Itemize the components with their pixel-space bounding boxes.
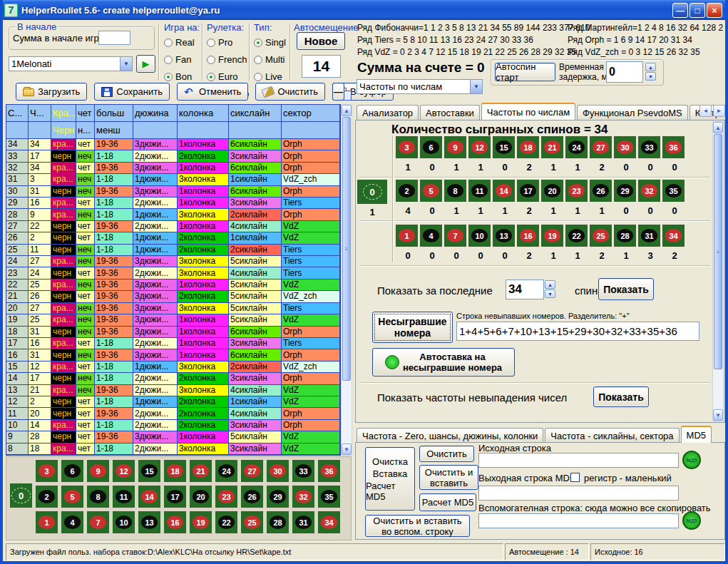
table-row[interactable]: 2324чернчет19-362дюжи...3колонка4сиклайн… — [6, 267, 340, 279]
play-button[interactable]: ▶ — [136, 55, 155, 73]
register-checkbox[interactable] — [570, 473, 580, 482]
mode-combobox[interactable]: Частоты по числам ▼ — [357, 79, 483, 94]
show-missing-button[interactable]: Показать — [593, 386, 649, 407]
board-number-6[interactable]: 6 — [61, 460, 83, 482]
board-number-21[interactable]: 21 — [190, 460, 212, 482]
tab-4[interactable]: Функционал PsevdoMS — [577, 105, 688, 120]
radio-live[interactable]: Live — [254, 71, 286, 82]
table-row[interactable]: 2225кра...неч19-363дюжи...1колонка5сикла… — [6, 280, 340, 291]
board-number-12[interactable]: 12 — [113, 460, 135, 482]
autobet-missed-button[interactable]: Автоставка на несыгравшие номера — [372, 348, 515, 376]
table-row[interactable]: 1120чернчет19-362дюжи...2колонка4сиклайн… — [6, 408, 340, 419]
spin-down-icon[interactable]: ▼ — [545, 289, 555, 298]
clear-button[interactable]: Очистить — [255, 83, 325, 101]
table-row[interactable]: 3234кра...чет19-363дюжи...1колонка6сикла… — [6, 163, 340, 174]
radio-pro[interactable]: Pro — [207, 37, 249, 48]
board-number-36[interactable]: 36 — [318, 460, 340, 482]
undo-button[interactable]: ↶Отменить — [177, 83, 248, 101]
board-number-35[interactable]: 35 — [318, 486, 340, 508]
board-number-25[interactable]: 25 — [241, 511, 263, 533]
radio-fan[interactable]: Fan — [164, 54, 200, 65]
radio-bon[interactable]: Bon — [164, 71, 200, 82]
board-number-4[interactable]: 4 — [61, 511, 83, 533]
load-button[interactable]: Загрузить — [16, 83, 87, 101]
table-row[interactable]: 3317черннеч1-182дюжи...2колонка3сиклайнO… — [6, 150, 340, 162]
table-row[interactable]: 2511черннеч1-181дюжи...2колонка2сиклайнT… — [6, 245, 340, 256]
collapse-button[interactable]: — — [332, 83, 344, 101]
maximize-icon[interactable]: □ — [689, 3, 705, 18]
table-row[interactable]: 1321кра...неч19-362дюжи...3колонка4сикла… — [6, 385, 340, 396]
board-number-33[interactable]: 33 — [292, 460, 314, 482]
md5-calc-button[interactable]: Расчет MD5 — [419, 493, 476, 511]
save-button[interactable]: Сохранить — [94, 83, 170, 101]
board-number-24[interactable]: 24 — [215, 460, 237, 482]
board-number-31[interactable]: 31 — [292, 511, 314, 533]
scroll-down-icon[interactable]: ▼ — [342, 443, 352, 455]
radio-real[interactable]: Real — [164, 37, 200, 48]
board-number-10[interactable]: 10 — [113, 511, 135, 533]
table-row[interactable]: 1014кра...чет1-182дюжи...2колонка3сиклай… — [6, 420, 340, 431]
board-number-9[interactable]: 9 — [87, 460, 109, 482]
board-number-3[interactable]: 3 — [36, 460, 58, 482]
md5-calc-aux-icon[interactable]: МД5 — [682, 511, 701, 530]
board-number-19[interactable]: 19 — [190, 511, 212, 533]
table-row[interactable]: 1631черннеч19-363дюжи...1колонка6сиклайн… — [6, 349, 340, 361]
start-sum-input[interactable] — [98, 31, 130, 45]
table-row[interactable]: 2126чернчет19-363дюжи...2колонка5сиклайн… — [6, 291, 340, 302]
board-number-18[interactable]: 18 — [164, 460, 186, 482]
close-icon[interactable]: × — [707, 3, 722, 18]
board-number-2[interactable]: 2 — [36, 486, 58, 508]
minimize-icon[interactable]: — — [672, 3, 688, 18]
board-number-16[interactable]: 16 — [164, 511, 186, 533]
board-number-5[interactable]: 5 — [61, 486, 83, 508]
board-number-17[interactable]: 17 — [164, 486, 186, 508]
table-row[interactable]: 1831черннеч19-363дюжи...1колонка6сиклайн… — [6, 327, 340, 338]
board-number-32[interactable]: 32 — [292, 486, 314, 508]
spin-up-icon[interactable]: ▲ — [545, 280, 555, 289]
spin-down-icon[interactable]: ▼ — [645, 72, 656, 81]
md5-clear-paste-button[interactable]: Очистить и вставить — [419, 465, 478, 490]
board-number-23[interactable]: 23 — [215, 486, 237, 508]
board-number-26[interactable]: 26 — [241, 486, 263, 508]
table-row[interactable]: 262чернчет1-181дюжи...2колонка1сиклайнVd… — [6, 232, 340, 244]
missed-numbers-input[interactable]: 1+4+5+6+7+10+13+15+29+30+32+33+35+36 — [456, 322, 699, 341]
board-number-20[interactable]: 20 — [190, 486, 212, 508]
board-number-34[interactable]: 34 — [318, 511, 340, 533]
tab-1[interactable]: Анализатор — [357, 105, 419, 120]
tab-scroll-left-icon[interactable]: ◄ — [699, 105, 712, 117]
table-row[interactable]: 1417черннеч1-182дюжи...2колонка3сиклайнO… — [6, 373, 340, 384]
scroll-down-icon[interactable]: ▼ — [713, 409, 723, 421]
table-row[interactable]: 818кра...чет1-182дюжи...3колонка3сиклайн… — [6, 443, 340, 455]
preset-combobox[interactable]: 1Melonati ▼ — [9, 56, 133, 71]
md5-out-input[interactable] — [478, 486, 679, 501]
show-last-input[interactable]: 34 — [506, 280, 544, 299]
table-row[interactable]: 3434кра...чет19-363дюжи...1колонка6сикла… — [6, 139, 340, 150]
board-number-8[interactable]: 8 — [87, 486, 109, 508]
scroll-up-icon[interactable]: ▲ — [713, 122, 723, 133]
radio-euro[interactable]: Euro — [207, 71, 249, 82]
tab-3[interactable]: Частоты по числам — [481, 103, 575, 120]
tab-scroll-right-icon[interactable]: ► — [713, 105, 725, 117]
table-row[interactable]: 2027кра...неч19-363дюжи...3колонка5сикла… — [6, 303, 340, 314]
show-button[interactable]: Показать — [598, 278, 654, 300]
autospin-button[interactable]: Автоспин старт — [495, 63, 555, 81]
md5-source-input[interactable] — [478, 453, 679, 468]
tab-2[interactable]: Автоставки — [420, 105, 480, 120]
bottom-tab-3[interactable]: MD5 — [681, 426, 712, 443]
table-row[interactable]: 1512кра...чет1-181дюжи...3колонка2сиклай… — [6, 362, 340, 373]
board-number-11[interactable]: 11 — [113, 486, 135, 508]
board-number-15[interactable]: 15 — [138, 460, 160, 482]
md5-aux-input[interactable] — [478, 513, 679, 528]
spin-up-icon[interactable]: ▲ — [645, 63, 656, 71]
bottom-tab-2[interactable]: Частота - сиклайны, сектора — [545, 428, 679, 443]
scrollbar-thumb[interactable]: ≡ — [714, 134, 722, 369]
chevron-down-icon[interactable]: ▼ — [470, 80, 482, 93]
board-number-30[interactable]: 30 — [267, 460, 289, 482]
delay-input[interactable]: 0 — [606, 61, 643, 83]
md5-calc-icon[interactable]: МД5 — [682, 451, 701, 469]
scrollbar-thumb[interactable]: ≡ — [342, 117, 351, 381]
table-row[interactable]: 289кра...неч1-181дюжи...3колонка2сиклайн… — [6, 209, 340, 220]
radio-french[interactable]: French — [207, 54, 249, 65]
board-number-29[interactable]: 29 — [267, 486, 289, 508]
board-number-14[interactable]: 14 — [138, 486, 160, 508]
